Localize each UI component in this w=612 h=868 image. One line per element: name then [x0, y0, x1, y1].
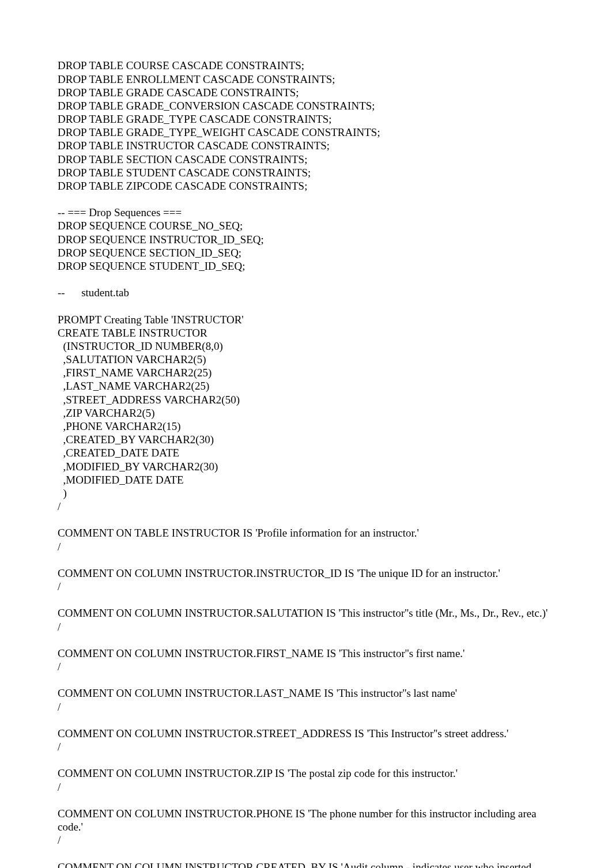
code-text-block: DROP TABLE COURSE CASCADE CONSTRAINTS; D… — [58, 59, 554, 868]
document-page: DROP TABLE COURSE CASCADE CONSTRAINTS; D… — [0, 0, 612, 868]
